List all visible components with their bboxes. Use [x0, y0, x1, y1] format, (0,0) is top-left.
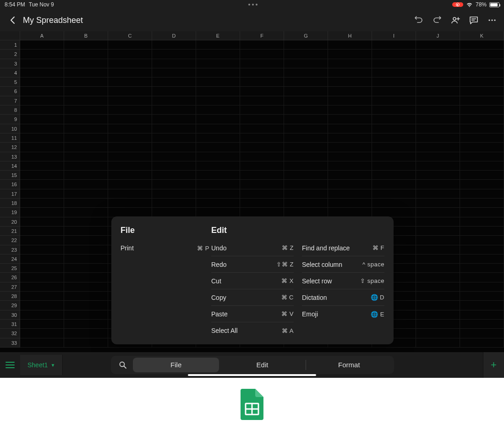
shortcut-item[interactable]: Paste⌘ V: [211, 306, 294, 322]
cell[interactable]: [152, 77, 196, 87]
column-header[interactable]: K: [460, 31, 504, 40]
row-header[interactable]: 9: [0, 115, 20, 124]
cell[interactable]: [20, 152, 64, 161]
cell[interactable]: [372, 68, 416, 77]
row-header[interactable]: 25: [0, 264, 20, 273]
cell[interactable]: [460, 189, 504, 199]
cell[interactable]: [416, 310, 460, 320]
cell[interactable]: [20, 77, 64, 87]
cell[interactable]: [328, 105, 372, 115]
cell[interactable]: [240, 189, 284, 199]
shortcut-item[interactable]: Select column^ space: [302, 256, 384, 273]
cell[interactable]: [152, 171, 196, 180]
cell[interactable]: [460, 96, 504, 105]
cell[interactable]: [20, 273, 64, 282]
cell[interactable]: [372, 133, 416, 143]
row-header[interactable]: 3: [0, 59, 20, 68]
cell[interactable]: [64, 329, 108, 338]
cell[interactable]: [108, 180, 152, 189]
cell[interactable]: [416, 329, 460, 338]
cell[interactable]: [460, 161, 504, 171]
cell[interactable]: [64, 180, 108, 189]
comments-button[interactable]: [466, 13, 481, 28]
cell[interactable]: [20, 143, 64, 152]
cell[interactable]: [108, 124, 152, 133]
cell[interactable]: [460, 143, 504, 152]
cell[interactable]: [416, 199, 460, 208]
row-header[interactable]: 10: [0, 124, 20, 133]
cell[interactable]: [152, 59, 196, 68]
cell[interactable]: [328, 40, 372, 50]
cell[interactable]: [460, 264, 504, 273]
cell[interactable]: [328, 96, 372, 105]
cell[interactable]: [460, 115, 504, 124]
cell[interactable]: [416, 59, 460, 68]
row-header[interactable]: 2: [0, 50, 20, 59]
cell[interactable]: [20, 40, 64, 50]
cell[interactable]: [460, 87, 504, 96]
row-header[interactable]: 32: [0, 329, 20, 338]
cell[interactable]: [460, 254, 504, 264]
cell[interactable]: [416, 171, 460, 180]
cell[interactable]: [64, 87, 108, 96]
cell[interactable]: [240, 152, 284, 161]
cell[interactable]: [372, 40, 416, 50]
redo-button[interactable]: [430, 13, 444, 28]
column-header[interactable]: G: [284, 31, 328, 40]
cell[interactable]: [152, 199, 196, 208]
cell[interactable]: [284, 87, 328, 96]
cell[interactable]: [240, 68, 284, 77]
add-sheet-button[interactable]: +: [483, 352, 504, 378]
row-header[interactable]: 1: [0, 40, 20, 50]
cell[interactable]: [372, 208, 416, 217]
cell[interactable]: [108, 189, 152, 199]
cell[interactable]: [416, 282, 460, 292]
cell[interactable]: [416, 180, 460, 189]
cell[interactable]: [240, 96, 284, 105]
row-header[interactable]: 8: [0, 105, 20, 115]
row-header[interactable]: 14: [0, 161, 20, 171]
cell[interactable]: [328, 115, 372, 124]
format-tab-file[interactable]: File: [133, 358, 219, 372]
cell[interactable]: [460, 236, 504, 245]
cell[interactable]: [416, 87, 460, 96]
row-header[interactable]: 17: [0, 189, 20, 199]
cell[interactable]: [20, 236, 64, 245]
cell[interactable]: [416, 40, 460, 50]
cell[interactable]: [64, 115, 108, 124]
cell[interactable]: [460, 338, 504, 348]
cell[interactable]: [64, 320, 108, 329]
cell[interactable]: [416, 133, 460, 143]
cell[interactable]: [460, 152, 504, 161]
shortcut-item[interactable]: Undo⌘ Z: [211, 240, 294, 256]
cell[interactable]: [460, 245, 504, 254]
cell[interactable]: [108, 199, 152, 208]
cell[interactable]: [20, 87, 64, 96]
cell[interactable]: [108, 208, 152, 217]
cell[interactable]: [108, 133, 152, 143]
cell[interactable]: [240, 40, 284, 50]
cell[interactable]: [328, 59, 372, 68]
row-header[interactable]: 30: [0, 310, 20, 320]
home-indicator[interactable]: [188, 374, 316, 376]
cell[interactable]: [108, 115, 152, 124]
cell[interactable]: [64, 254, 108, 264]
row-header[interactable]: 15: [0, 171, 20, 180]
cell[interactable]: [196, 124, 240, 133]
cell[interactable]: [64, 264, 108, 273]
cell[interactable]: [416, 161, 460, 171]
cell[interactable]: [152, 50, 196, 59]
select-all-corner[interactable]: [0, 31, 20, 40]
cell[interactable]: [416, 105, 460, 115]
row-header[interactable]: 7: [0, 96, 20, 105]
shortcut-item[interactable]: Cut⌘ X: [211, 273, 294, 289]
row-header[interactable]: 24: [0, 254, 20, 264]
cell[interactable]: [196, 96, 240, 105]
shortcut-item[interactable]: Dictation🌐 D: [302, 289, 384, 306]
row-header[interactable]: 6: [0, 87, 20, 96]
sheet-tab[interactable]: Sheet1 ▼: [20, 355, 63, 375]
cell[interactable]: [284, 180, 328, 189]
cell[interactable]: [196, 161, 240, 171]
cell[interactable]: [416, 254, 460, 264]
cell[interactable]: [20, 320, 64, 329]
